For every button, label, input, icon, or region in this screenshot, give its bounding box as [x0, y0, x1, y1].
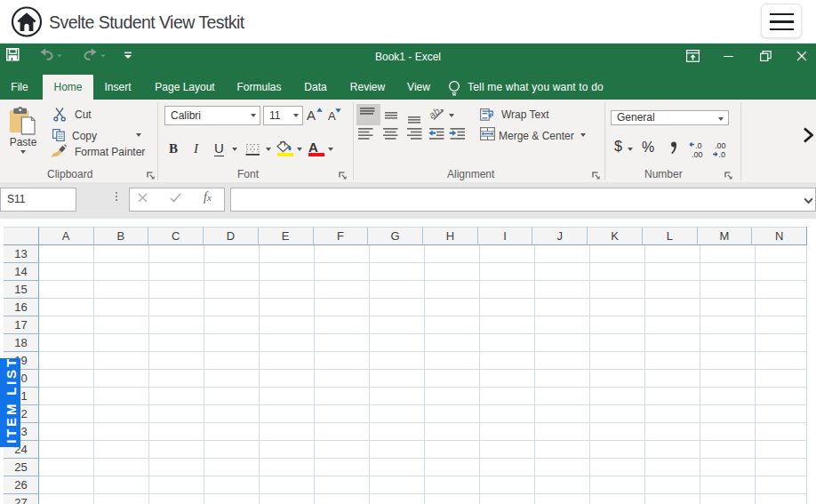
svg-text:.00: .00 [692, 150, 703, 159]
svg-text:.00: .00 [715, 141, 726, 150]
svg-text:.0: .0 [695, 141, 702, 150]
svg-text:.0: .0 [719, 150, 726, 159]
